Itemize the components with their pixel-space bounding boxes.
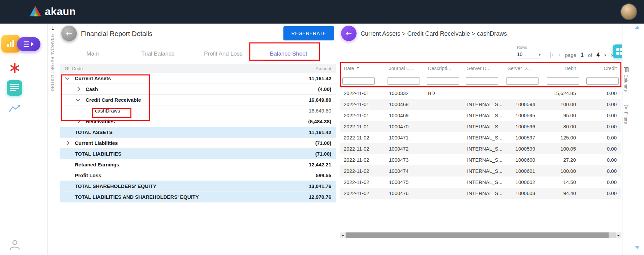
column-header-date[interactable]: Date↑ — [340, 66, 385, 71]
gl-row[interactable]: Retained Earnings12,442.21 — [60, 159, 336, 170]
gl-row-label: Credit Card Receivable — [86, 97, 141, 103]
filter-input-server1[interactable] — [466, 77, 498, 85]
scrollbar-thumb[interactable] — [346, 232, 609, 238]
amount-column-header[interactable]: Amount — [315, 66, 331, 71]
cell-debit: 14.50 — [543, 179, 582, 185]
nav-strip-label[interactable]: FINANCIAL REPORT LISTING — [51, 34, 54, 91]
pagination: |‹ ‹ page 1 of 4 › ›| — [549, 51, 615, 59]
table-row[interactable]: 2022-11-021000474INTERNAL_S...1000601100… — [340, 165, 621, 177]
sidebar-expand-button[interactable] — [17, 37, 40, 51]
gl-row[interactable]: Receivables(5,484.38) — [60, 116, 336, 127]
prev-page-button[interactable]: ‹ — [558, 52, 560, 58]
filters-tool-toggle[interactable]: Filters — [623, 105, 628, 124]
tab-label: Trial Balance — [141, 51, 175, 57]
chevron-down-icon[interactable] — [65, 75, 69, 80]
cell-server1: INTERNAL_S... — [463, 124, 503, 129]
tab-profit-and-loss[interactable]: Profit And Loss — [191, 46, 256, 61]
ledger-module-icon[interactable] — [7, 80, 22, 96]
cell-server1: INTERNAL_S... — [463, 113, 503, 118]
column-header-description[interactable]: Descripti... — [424, 66, 463, 71]
cell-server2: 1000596 — [503, 124, 543, 129]
column-header-server2[interactable]: Server D... — [503, 66, 543, 71]
filter-input-debit[interactable] — [547, 77, 579, 85]
scroll-left-arrow[interactable]: ◄ — [340, 232, 345, 238]
breadcrumb-back-button[interactable]: ← — [341, 26, 357, 41]
cell-server2: 1000597 — [503, 135, 543, 140]
cell-date: 2022-11-02 — [340, 157, 385, 163]
gl-row-label: Profit Loss — [75, 172, 101, 178]
filter-input-credit[interactable] — [586, 77, 619, 85]
chevron-right-icon[interactable] — [65, 140, 69, 145]
gl-row[interactable]: TOTAL SHAREHOLDERS' EQUITY13,041.76 — [60, 181, 336, 192]
gl-tree-table: Current Assets11,161.42Cash(4.00)Credit … — [60, 73, 336, 202]
columns-tool-label: Columns — [623, 74, 628, 92]
column-header-debit[interactable]: Debit — [543, 66, 582, 71]
gl-row[interactable]: TOTAL ASSETS11,161.42 — [60, 127, 336, 138]
scroll-up-icon[interactable] — [635, 26, 640, 29]
gl-row[interactable]: Current Assets11,161.42 — [60, 73, 336, 84]
gl-row-label: TOTAL LIABILITIES AND SHAREHOLDERS' EQUI… — [75, 194, 199, 200]
cell-credit: 0.00 — [582, 101, 621, 107]
breadcrumb[interactable]: Current Assets > Credit Card Receivable … — [361, 30, 507, 37]
gl-row[interactable]: Profit Loss599.55 — [60, 170, 336, 181]
filter-input-description[interactable] — [427, 77, 459, 85]
scroll-right-arrow[interactable]: ► — [616, 232, 621, 238]
gl-row-amount: 12,442.21 — [309, 162, 331, 167]
gl-row-amount: (5,484.38) — [308, 119, 331, 124]
cell-journal: 1000470 — [385, 124, 424, 129]
back-arrow-icon: ← — [346, 29, 352, 38]
rows-per-page-select[interactable]: 10 ▾ — [517, 51, 541, 59]
gl-row[interactable]: TOTAL LIABILITIES AND SHAREHOLDERS' EQUI… — [60, 192, 336, 202]
cell-date: 2022-11-01 — [340, 101, 385, 107]
gl-row-amount: 13,041.76 — [309, 183, 331, 189]
scroll-down-icon[interactable] — [635, 246, 640, 249]
pdf-tool-icon[interactable] — [8, 61, 22, 75]
chevron-right-icon[interactable] — [76, 119, 80, 123]
gl-code-column-header[interactable]: GL Code — [65, 66, 83, 71]
table-row[interactable]: 2022-11-021000475INTERNAL_S...100060214.… — [340, 177, 621, 188]
table-row[interactable]: 2022-11-021000471INTERNAL_S...1000597125… — [340, 132, 621, 143]
akaun-logo[interactable]: akaun — [29, 5, 76, 19]
next-page-button[interactable]: › — [604, 52, 606, 58]
gl-row[interactable]: Current Liabilities(71.00) — [60, 138, 336, 149]
table-row[interactable]: 2022-11-011000470INTERNAL_S...100059680.… — [340, 121, 621, 132]
cell-credit: 0.00 — [582, 90, 621, 96]
gl-row[interactable]: Credit Card Receivable16,649.80 — [60, 95, 336, 105]
chevron-down-icon[interactable] — [76, 97, 80, 101]
cell-date: 2022-11-01 — [340, 113, 385, 118]
cell-server1: INTERNAL_S... — [463, 190, 503, 196]
gl-row[interactable]: cashDraws16,649.80 — [60, 105, 336, 116]
tab-trial-balance[interactable]: Trial Balance — [125, 46, 191, 61]
column-header-credit[interactable]: Credit — [582, 66, 621, 71]
filter-input-server2[interactable] — [506, 77, 539, 85]
table-row[interactable]: 2022-11-021000476INTERNAL_S...100060394.… — [340, 188, 621, 199]
columns-tool-toggle[interactable]: Columns — [623, 67, 628, 92]
cell-debit: 94.40 — [543, 190, 582, 196]
cell-journal: 1000469 — [385, 113, 424, 118]
filter-input-journal[interactable] — [388, 77, 420, 85]
horizontal-scrollbar[interactable]: ◄ ► — [340, 232, 621, 238]
tab-main[interactable]: Main — [60, 46, 125, 61]
gl-row-label: TOTAL ASSETS — [75, 129, 113, 135]
table-row[interactable]: 2022-11-021000472INTERNAL_S...1000599100… — [340, 143, 621, 154]
profile-icon[interactable] — [8, 238, 22, 251]
column-header-label: Server D... — [508, 66, 531, 71]
table-row[interactable]: 2022-11-011000332BD15,624.850.00 — [340, 88, 621, 99]
column-header-journal[interactable]: Journal L... — [385, 66, 424, 71]
gl-row[interactable]: Cash(4.00) — [60, 84, 336, 95]
cell-journal: 1000332 — [385, 90, 424, 96]
regenerate-button[interactable]: REGENERATE — [283, 26, 334, 40]
tab-balance-sheet[interactable]: Balance Sheet — [256, 46, 321, 61]
first-page-button[interactable]: |‹ — [549, 52, 554, 58]
filter-input-date[interactable] — [342, 77, 375, 85]
column-header-server1[interactable]: Server D... — [463, 66, 503, 71]
user-avatar[interactable] — [621, 4, 637, 20]
table-row[interactable]: 2022-11-021000473INTERNAL_S...100060027.… — [340, 154, 621, 165]
chevron-right-icon[interactable] — [76, 87, 80, 91]
back-button[interactable]: ← — [61, 26, 77, 41]
sort-asc-icon[interactable]: ↑ — [356, 66, 360, 71]
table-row[interactable]: 2022-11-011000468INTERNAL_S...1000594100… — [340, 99, 621, 110]
gl-row[interactable]: TOTAL LIABILITIES(71.00) — [60, 149, 336, 159]
trend-chart-icon[interactable] — [8, 103, 22, 114]
table-row[interactable]: 2022-11-011000469INTERNAL_S...100059595.… — [340, 110, 621, 121]
